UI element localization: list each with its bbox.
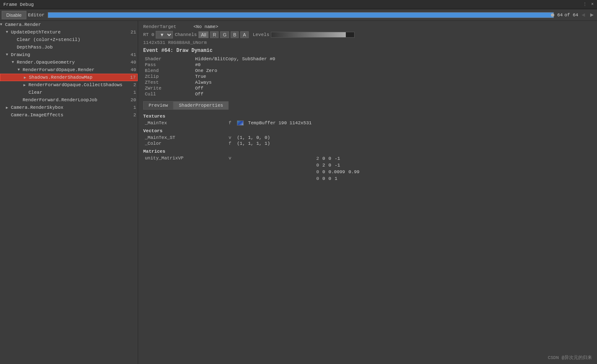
matrix-type-empty xyxy=(227,169,235,175)
prop-value: Off xyxy=(193,85,592,91)
matrix-type-empty xyxy=(227,162,235,169)
properties-table: Shader Hidden/BlitCopy, SubShader #0 Pas… xyxy=(143,56,592,97)
disable-button[interactable]: Disable xyxy=(2,11,26,19)
matrices-table: unity_MatrixVP v 200-1 020-1 xyxy=(143,155,592,182)
vector-value: (1, 1, 1, 1) xyxy=(235,141,592,146)
close-icon[interactable]: × xyxy=(589,1,595,7)
tree-item-render-forward-collect[interactable]: ▶RenderForwardOpaque.CollectShadows2 xyxy=(0,81,138,89)
tree-item-camera-render[interactable]: ▼Camera.Render xyxy=(0,21,138,28)
event-title: Event #64: Draw Dynamic xyxy=(143,48,592,54)
textures-table: _MainTex f TempBuffer 190 1142x531 xyxy=(143,120,592,126)
prop-value: Hidden/BlitCopy, SubShader #0 xyxy=(193,56,592,62)
tree-item-label: Clear (color+Z+stencil) xyxy=(17,37,80,42)
levels-label: Levels xyxy=(253,32,270,37)
expand-arrow: ▼ xyxy=(0,23,5,27)
expand-arrow: ▼ xyxy=(12,60,17,64)
tree-item-render-opaque[interactable]: ▼Render.OpaqueGeometry40 xyxy=(0,59,138,66)
matrices-title: Matrices xyxy=(143,149,592,154)
expand-arrow: ▶ xyxy=(23,83,28,87)
channels-label: Channels xyxy=(175,32,197,37)
vectors-title: Vectors xyxy=(143,128,592,133)
matrix-name-empty xyxy=(143,175,227,182)
matrix-value: 0001 xyxy=(235,175,592,182)
matrix-cell: 0 xyxy=(237,169,321,175)
tab-bar: Preview ShaderProperties xyxy=(143,101,592,110)
render-target-label: RenderTarget xyxy=(143,24,193,29)
matrix-cell: 0.99 xyxy=(347,169,361,175)
tree-item-render-forward-opaque[interactable]: ▼RenderForwardOpaque.Render40 xyxy=(0,66,138,74)
expand-arrow: ▶ xyxy=(6,105,11,110)
levels-bar[interactable] xyxy=(271,32,355,38)
prop-key: Blend xyxy=(143,68,193,74)
prev-arrow[interactable]: ◄ xyxy=(580,12,587,18)
prop-value: Off xyxy=(193,91,592,97)
textures-title: Textures xyxy=(143,114,592,119)
tree-item-update-depth[interactable]: ▼UpdateDepthTexture21 xyxy=(0,28,138,36)
vector-type: v xyxy=(227,135,235,141)
tree-item-label: Drawing xyxy=(11,52,30,57)
tree-item-camera-image-effects[interactable]: Camera.ImageEffects2 xyxy=(0,111,138,119)
main-layout: ▼Camera.Render▼UpdateDepthTexture21Clear… xyxy=(0,21,597,364)
tab-preview[interactable]: Preview xyxy=(143,101,173,110)
tree-item-clear-color[interactable]: Clear (color+Z+stencil) xyxy=(0,36,138,44)
progress-bar[interactable] xyxy=(48,12,554,18)
channel-r-btn[interactable]: R xyxy=(210,31,219,38)
tree-item-label: DepthPass.Job xyxy=(17,45,53,50)
matrix-cell: 0 xyxy=(327,156,333,161)
tree-item-label: Clear xyxy=(28,90,42,95)
channel-b-btn[interactable]: B xyxy=(231,31,239,38)
tree-item-label: Shadows.RenderShadowMap xyxy=(29,75,93,80)
tab-shader-properties[interactable]: ShaderProperties xyxy=(173,101,229,110)
table-row: Blend One Zero xyxy=(143,68,592,74)
prop-value: Always xyxy=(193,79,592,85)
toolbar: Disable Editor 64 of 64 ◄ ► xyxy=(0,9,597,21)
vectors-table: _MainTex_ST v (1, 1, 0, 0) _Color f (1, … xyxy=(143,135,592,146)
matrix-cell: 0 xyxy=(237,176,321,182)
matrix-value: 200-1 xyxy=(235,155,592,162)
channel-a-btn[interactable]: A xyxy=(240,31,248,38)
tree-item-count: 1 xyxy=(133,90,136,95)
table-row: _Color f (1, 1, 1, 1) xyxy=(143,141,592,146)
maintex-value: TempBuffer 190 1142x531 xyxy=(235,120,592,126)
matrix-cell: 0.0099 xyxy=(327,169,347,175)
tree-item-render-forward-loop[interactable]: RenderForward.RenderLoopJob20 xyxy=(0,96,138,104)
title-bar-controls: ⋮ × xyxy=(582,1,595,7)
tree-item-count: 40 xyxy=(131,60,136,65)
tree-item-count: 2 xyxy=(133,82,136,87)
rt-dropdown[interactable]: ▼ xyxy=(156,31,173,38)
channel-g-btn[interactable]: G xyxy=(220,31,229,38)
table-row: unity_MatrixVP v 200-1 xyxy=(143,155,592,162)
matrix-cell: 0 xyxy=(321,169,327,175)
matrix-cell: 1 xyxy=(333,176,339,182)
tree-item-label: Camera.RenderSkybox xyxy=(11,105,63,110)
tree-item-clear[interactable]: Clear1 xyxy=(0,89,138,96)
rt-label: RT 0 xyxy=(143,32,154,37)
matrix-cell: 2 xyxy=(237,156,321,161)
title-bar-title: Frame Debug xyxy=(3,2,594,7)
editor-label: Editor xyxy=(28,13,45,18)
tree-item-depth-pass[interactable]: DepthPass.Job xyxy=(0,44,138,51)
matrix-name-empty xyxy=(143,169,227,175)
render-target-value: <No name> xyxy=(193,24,218,29)
maintex-name: _MainTex xyxy=(143,120,227,126)
tree-item-count: 21 xyxy=(131,30,136,35)
channel-all-btn[interactable]: All xyxy=(198,31,208,38)
prop-key: ZWrite xyxy=(143,85,193,91)
next-arrow[interactable]: ► xyxy=(589,12,595,18)
prop-key: ZClip xyxy=(143,74,193,79)
table-row: ZClip True xyxy=(143,74,592,79)
more-icon[interactable]: ⋮ xyxy=(582,1,588,7)
tree-item-count: 2 xyxy=(133,113,136,118)
vector-type: f xyxy=(227,141,235,146)
tree-item-shadows-render-shadowmap[interactable]: ▶Shadows.RenderShadowMap17 xyxy=(0,74,138,81)
rt-info: 1142x531 R8G8B8A8_UNorm xyxy=(143,40,592,45)
expand-arrow: ▼ xyxy=(6,30,11,34)
table-row: 020-1 xyxy=(143,162,592,169)
table-row: ZTest Always xyxy=(143,79,592,85)
tree-item-count: 1 xyxy=(133,105,136,110)
prop-key: Pass xyxy=(143,62,193,68)
tree-item-drawing[interactable]: ▼Drawing41 xyxy=(0,51,138,59)
progress-value: 64 xyxy=(557,13,563,18)
expand-arrow: ▶ xyxy=(24,75,29,80)
tree-item-camera-skybox[interactable]: ▶Camera.RenderSkybox1 xyxy=(0,104,138,111)
